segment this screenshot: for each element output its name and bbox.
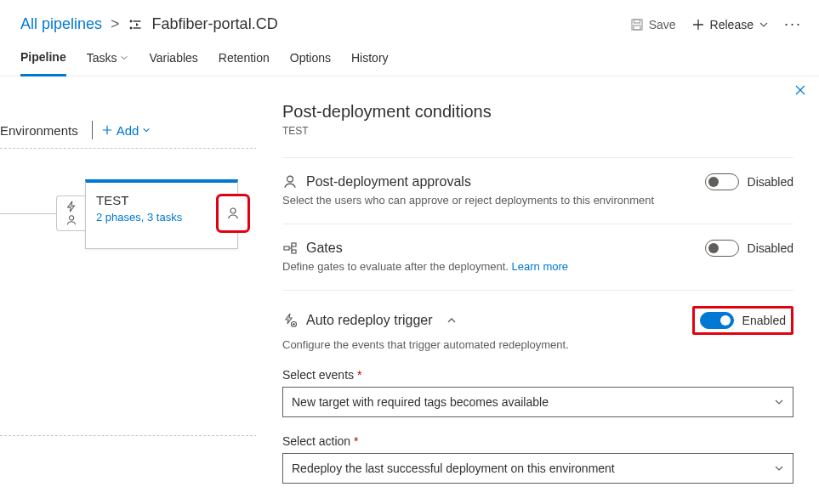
stage-name: TEST <box>96 193 227 207</box>
person-icon <box>282 174 298 190</box>
svg-rect-6 <box>634 20 640 23</box>
chevron-down-icon <box>774 463 784 473</box>
gates-desc-text: Define gates to evaluate after the deplo… <box>282 260 509 273</box>
close-icon <box>793 83 807 97</box>
svg-rect-13 <box>292 250 296 253</box>
chevron-down-icon <box>774 397 784 407</box>
panel-title: Post-deployment conditions <box>282 102 793 122</box>
gates-toggle[interactable] <box>705 240 739 257</box>
svg-rect-11 <box>284 246 289 250</box>
select-action-label: Select action * <box>282 434 793 448</box>
chevron-up-icon[interactable] <box>446 315 457 326</box>
header-actions: Save Release ··· <box>630 15 802 33</box>
approvals-description: Select the users who can approve or reje… <box>282 194 793 207</box>
svg-rect-2 <box>133 20 140 21</box>
pipeline-icon <box>128 17 144 32</box>
overflow-menu-button[interactable]: ··· <box>784 15 802 33</box>
tab-tasks-label: Tasks <box>87 51 117 65</box>
svg-rect-7 <box>634 25 640 30</box>
plus-icon <box>101 124 113 136</box>
svg-point-0 <box>129 20 132 22</box>
panel-env-name: TEST <box>282 125 793 137</box>
redeploy-title: Auto redeploy trigger <box>306 313 433 328</box>
tab-history[interactable]: History <box>351 42 389 76</box>
save-icon <box>630 18 644 31</box>
post-deployment-panel: Post-deployment conditions TEST Post-dep… <box>257 76 819 496</box>
redeploy-description: Configure the events that trigger automa… <box>282 338 793 351</box>
add-environment-button[interactable]: Add <box>101 123 151 138</box>
tab-history-label: History <box>351 51 389 65</box>
approvals-title: Post-deployment approvals <box>306 174 471 190</box>
chevron-down-icon <box>142 126 151 134</box>
tab-variables[interactable]: Variables <box>149 42 197 76</box>
breadcrumb: All pipelines > Fabfiber-portal.CD <box>20 15 278 33</box>
redeploy-toggle-highlight: Enabled <box>692 306 793 335</box>
breadcrumb-separator: > <box>111 15 120 33</box>
pipeline-canvas: Environments Add TEST 2 phases, 3 tasks <box>0 76 257 496</box>
chevron-down-icon <box>120 54 128 62</box>
tab-variables-label: Variables <box>149 51 197 65</box>
tab-options-label: Options <box>290 51 331 65</box>
plus-icon <box>691 18 705 31</box>
svg-point-10 <box>287 176 293 182</box>
svg-point-9 <box>230 208 236 213</box>
divider <box>92 121 93 139</box>
chevron-down-icon <box>759 20 769 30</box>
tab-retention[interactable]: Retention <box>219 42 270 76</box>
gates-title: Gates <box>306 241 343 256</box>
breadcrumb-root[interactable]: All pipelines <box>20 15 102 33</box>
redeploy-toggle[interactable] <box>700 312 734 329</box>
breadcrumb-current[interactable]: Fabfiber-portal.CD <box>152 15 278 33</box>
pre-deployment-conditions-button[interactable] <box>56 195 85 231</box>
tab-tasks[interactable]: Tasks <box>87 42 129 76</box>
environments-title: Environments <box>0 123 83 138</box>
save-button-label: Save <box>649 18 676 31</box>
svg-rect-3 <box>133 27 140 28</box>
select-action-value: Redeploy the last successful deployment … <box>292 462 615 475</box>
approvals-toggle[interactable] <box>705 173 739 190</box>
tab-pipeline-label: Pipeline <box>20 50 66 64</box>
svg-point-1 <box>129 26 132 29</box>
select-events-dropdown[interactable]: New target with required tags becomes av… <box>282 387 793 417</box>
tab-pipeline[interactable]: Pipeline <box>20 42 66 76</box>
save-button[interactable]: Save <box>630 18 676 31</box>
release-button-label: Release <box>710 18 754 31</box>
tab-options[interactable]: Options <box>290 42 331 76</box>
gates-toggle-label: Disabled <box>748 241 793 255</box>
person-icon <box>226 207 240 220</box>
redeploy-icon <box>282 313 298 328</box>
select-events-value: New target with required tags becomes av… <box>292 395 549 409</box>
svg-rect-12 <box>292 243 296 246</box>
add-environment-label: Add <box>117 123 139 138</box>
release-button[interactable]: Release <box>691 18 769 31</box>
tab-retention-label: Retention <box>219 51 270 65</box>
gates-icon <box>282 241 298 256</box>
svg-marker-4 <box>136 23 139 26</box>
redeploy-toggle-label: Enabled <box>742 314 786 327</box>
select-events-label: Select events * <box>282 368 793 382</box>
approvals-toggle-label: Disabled <box>748 175 793 189</box>
stage-card[interactable]: TEST 2 phases, 3 tasks <box>85 179 238 249</box>
tab-bar: Pipeline Tasks Variables Retention Optio… <box>0 42 819 76</box>
svg-point-8 <box>69 216 73 220</box>
stage-tasks-link[interactable]: 2 phases, 3 tasks <box>96 211 227 224</box>
post-deployment-conditions-button[interactable] <box>218 195 248 231</box>
person-icon <box>65 214 77 226</box>
gates-learn-more-link[interactable]: Learn more <box>512 260 568 273</box>
close-panel-button[interactable] <box>793 83 807 97</box>
gates-description: Define gates to evaluate after the deplo… <box>282 260 793 273</box>
select-action-dropdown[interactable]: Redeploy the last successful deployment … <box>282 453 793 484</box>
trigger-icon <box>65 201 77 212</box>
